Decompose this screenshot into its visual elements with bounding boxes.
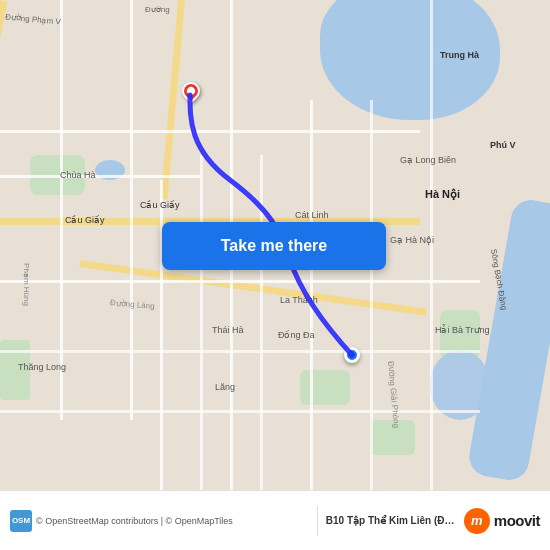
osm-logo: OSM xyxy=(10,510,32,532)
green-area-5 xyxy=(370,420,415,455)
destination-marker xyxy=(344,347,360,363)
separator xyxy=(317,506,318,536)
green-area-2 xyxy=(300,370,350,405)
take-me-there-button[interactable]: Take me there xyxy=(162,222,386,270)
road-minor-8 xyxy=(0,350,480,353)
road-minor-1 xyxy=(60,0,63,420)
road-minor-10 xyxy=(430,0,433,490)
right-section: m moovit xyxy=(464,508,540,534)
road-minor-4 xyxy=(310,100,313,490)
road-minor-7 xyxy=(0,280,480,283)
moovit-brand: m moovit xyxy=(464,508,540,534)
road-minor-9 xyxy=(0,410,480,413)
road-minor-5 xyxy=(370,100,373,490)
map-container: Đường Phạm V Đường Trung Hà Phú V Cầu Gi… xyxy=(0,0,550,490)
destination-name: B10 Tập Thể Kim Liên (Đối Diện Ngõ 46b P… xyxy=(326,515,456,526)
attribution-text: © OpenStreetMap contributors | © OpenMap… xyxy=(36,516,233,526)
moovit-wordmark: moovit xyxy=(494,512,540,529)
road-minor-12 xyxy=(0,175,200,178)
green-area-4 xyxy=(0,340,30,400)
osm-logo-text: OSM xyxy=(12,516,30,525)
bottom-bar: OSM © OpenStreetMap contributors | © Ope… xyxy=(0,490,550,550)
road-minor-6 xyxy=(0,130,420,133)
road-minor-13 xyxy=(200,155,203,490)
moovit-logo-icon: m xyxy=(464,508,490,534)
road-minor-14 xyxy=(260,155,263,490)
attribution-container: OSM © OpenStreetMap contributors | © Ope… xyxy=(10,510,309,532)
moovit-letter: m xyxy=(471,513,483,528)
road-minor-2 xyxy=(130,0,133,420)
